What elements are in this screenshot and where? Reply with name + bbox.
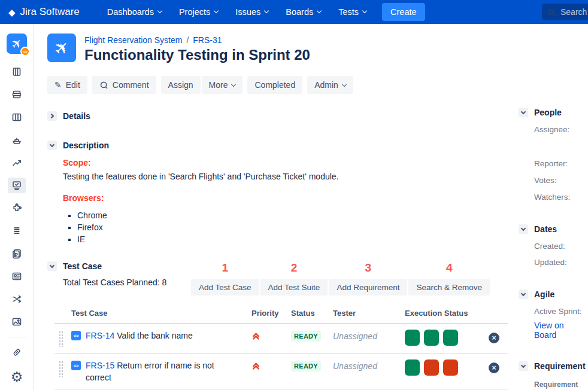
execution-status-square-green[interactable] (405, 330, 420, 346)
issue-type-avatar: ✈ (47, 33, 76, 62)
top-navbar: ◆ Jira Software Dashboards Projects Issu… (0, 0, 588, 24)
versions-icon[interactable] (8, 64, 26, 80)
priority-high-icon (251, 331, 260, 340)
dates-expander[interactable] (519, 224, 528, 234)
issue-summary: Valid the bank name (117, 331, 193, 340)
issue-toolbar: ✎ Edit Comment Assign More Completed Adm… (47, 76, 515, 94)
pages-icon[interactable] (8, 246, 26, 261)
project-avatar[interactable]: ✈ <> (7, 33, 27, 54)
contact-card-icon[interactable] (8, 269, 26, 284)
assign-button[interactable]: Assign (161, 76, 201, 94)
test-case-title: Test Case (63, 261, 102, 271)
agile-expander[interactable] (519, 290, 528, 299)
main-menu: Dashboards Projects Issues Boards Tests (107, 7, 366, 17)
add-test-suite-button[interactable]: Add Test Suite (260, 279, 328, 295)
search-remove-button[interactable]: Search & Remove (408, 279, 490, 295)
issue-header: ✈ Flight Reservation System/FRS-31 Funct… (47, 33, 515, 63)
completed-button[interactable]: Completed (247, 76, 302, 94)
execution-status-cell (405, 359, 480, 376)
shuffle-icon[interactable] (8, 291, 26, 307)
breadcrumb: Flight Reservation System/FRS-31 (84, 35, 310, 45)
execution-status-square-green[interactable] (424, 330, 439, 346)
code-badge-icon: <> (20, 47, 30, 56)
browser-list: Chrome Firefox IE (77, 211, 515, 243)
add-test-case-button[interactable]: Add Test Case (191, 279, 259, 295)
create-button[interactable]: Create (382, 3, 425, 21)
chevron-down-icon (521, 291, 526, 296)
details-expander[interactable] (47, 111, 57, 121)
test-type-icon: <> (71, 331, 81, 340)
scope-text: Testing the features done in 'Search Fli… (63, 172, 515, 181)
chevron-down-icon (362, 8, 367, 13)
edit-button[interactable]: ✎ Edit (47, 76, 87, 94)
tester-value[interactable]: Unassigned (333, 330, 405, 341)
breadcrumb-separator: / (186, 35, 189, 45)
drag-handle-icon[interactable] (59, 361, 63, 377)
breadcrumb-project-link[interactable]: Flight Reservation System (84, 35, 182, 45)
requirement-title: Requirement (534, 361, 586, 371)
view-on-board-link[interactable]: View on Board (534, 321, 588, 340)
comment-button[interactable]: Comment (92, 76, 156, 94)
status-badge: READY (291, 361, 321, 371)
requirement-expander[interactable] (519, 361, 528, 371)
annotation-number-2: 2 (291, 261, 298, 275)
add-requirement-button[interactable]: Add Requirement (329, 279, 407, 295)
agile-title: Agile (534, 290, 554, 299)
menu-projects[interactable]: Projects (179, 7, 218, 17)
test-case-expander[interactable] (47, 261, 57, 271)
column-priority: Priority (251, 309, 291, 318)
column-execution-status: Execution Status (405, 309, 480, 318)
execution-status-square-red[interactable] (424, 359, 439, 376)
annotation-number-4: 4 (446, 261, 453, 275)
breadcrumb-issue-link[interactable]: FRS-31 (193, 35, 222, 45)
menu-tests[interactable]: Tests (338, 7, 366, 17)
brand-name: Jira Software (20, 6, 80, 18)
links-icon[interactable] (8, 345, 26, 360)
settings-gear-icon[interactable]: ⚙ (11, 369, 23, 385)
releases-icon[interactable] (8, 132, 26, 148)
table-row: <> FRS-15 Return error if name is not co… (54, 354, 508, 390)
menu-dashboards[interactable]: Dashboards (107, 7, 162, 17)
drag-handle-icon[interactable] (59, 331, 63, 347)
menu-boards[interactable]: Boards (286, 7, 321, 17)
tests-icon[interactable] (8, 178, 26, 193)
updated-label: Updated: (534, 258, 588, 267)
execution-status-square-green[interactable] (405, 359, 420, 376)
chevron-down-icon (50, 263, 54, 268)
active-sprints-icon[interactable] (8, 109, 26, 125)
more-button[interactable]: More (202, 76, 243, 94)
jira-logo[interactable]: ◆ Jira Software (8, 6, 80, 18)
project-sidebar: ✈ <> ⚙ (0, 24, 34, 390)
remove-row-icon[interactable]: × (489, 333, 499, 343)
add-ons-icon[interactable] (8, 200, 26, 216)
list-icon[interactable] (8, 223, 26, 239)
chevron-down-icon (264, 8, 269, 13)
reports-icon[interactable] (8, 155, 26, 170)
execution-status-square-green[interactable] (443, 330, 458, 346)
description-expander[interactable] (47, 141, 57, 150)
admin-button[interactable]: Admin (307, 76, 353, 94)
backlog-icon[interactable] (8, 87, 26, 102)
issue-key-link[interactable]: FRS-15 (86, 361, 114, 370)
remove-row-icon[interactable]: × (489, 362, 499, 373)
priority-high-icon (251, 361, 260, 370)
people-title: People (534, 108, 562, 117)
tester-value[interactable]: Unassigned (333, 359, 405, 371)
issue-main: ✈ Flight Reservation System/FRS-31 Funct… (34, 24, 515, 390)
search-input[interactable]: Search (542, 4, 588, 20)
execution-status-square-red[interactable] (443, 359, 458, 376)
menu-issues[interactable]: Issues (235, 7, 268, 17)
description-section: Description Scope: Testing the features … (47, 141, 515, 243)
total-test-cases-text: Total Test Cases Planned: 8 (63, 278, 191, 287)
scope-label: Scope: (63, 158, 515, 167)
test-case-table: Test Case Priority Status Tester Executi… (54, 309, 508, 390)
requirement-field-label: Requirement (534, 380, 588, 389)
column-test-case: Test Case (71, 309, 251, 318)
column-status: Status (291, 309, 333, 318)
search-icon (547, 8, 556, 17)
chevron-down-icon (231, 82, 236, 87)
issue-key-link[interactable]: FRS-14 (86, 331, 114, 340)
people-expander[interactable] (519, 108, 528, 117)
media-icon[interactable] (8, 314, 26, 330)
status-badge: READY (291, 331, 321, 342)
